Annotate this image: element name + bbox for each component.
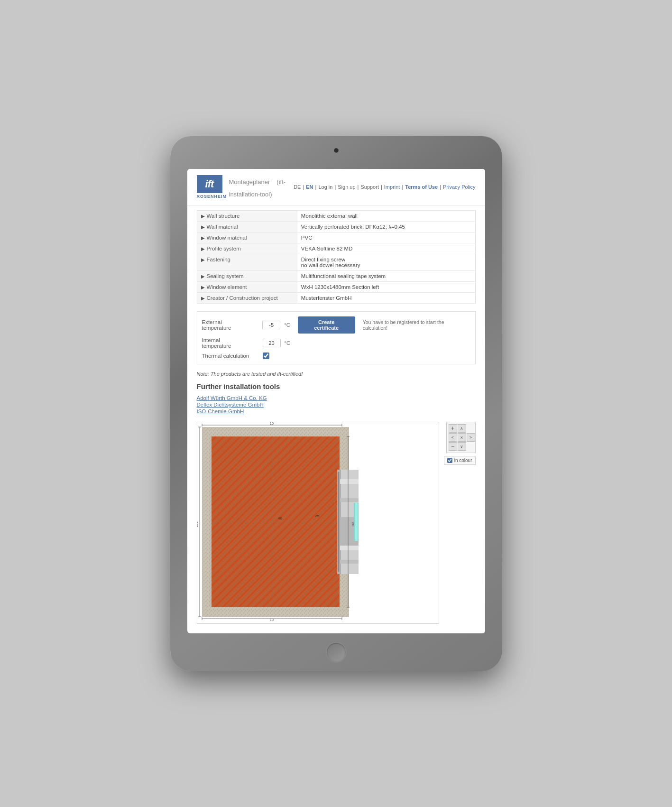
nav-row-1: + ∧ (449, 424, 473, 433)
imprint-link[interactable]: Imprint (384, 184, 400, 190)
table-row: ▶Window materialPVC (197, 232, 475, 243)
svg-text:205: 205 (197, 521, 198, 527)
tool-link-item[interactable]: Adolf Würth GmbH & Co. KG (197, 395, 476, 401)
table-row: ▶Window elementWxH 1230x1480mm Section l… (197, 282, 475, 293)
colour-checkbox[interactable] (447, 458, 452, 463)
svg-text:40: 40 (278, 516, 282, 520)
footer-note: Note: The products are tested and ift-ce… (197, 371, 476, 377)
tablet-screen: ift ROSENHEIM Montageplaner (ift-install… (187, 169, 485, 633)
login-link[interactable]: Log in (318, 184, 332, 190)
nav-left-btn[interactable]: < (449, 433, 457, 442)
prop-label: ▶Wall structure (197, 211, 297, 222)
nav-down-btn[interactable]: ∨ (458, 442, 466, 451)
tablet-frame: ift ROSENHEIM Montageplaner (ift-install… (170, 136, 502, 671)
diagram-area: 10 80 40 25 (197, 422, 476, 624)
external-temp-row: External temperature °C Create certifica… (202, 316, 470, 334)
nav-right-btn[interactable]: > (467, 433, 475, 442)
properties-table: ▶Wall structureMonolithic external wall▶… (197, 210, 476, 304)
svg-text:80: 80 (351, 522, 355, 526)
svg-rect-20 (338, 472, 339, 572)
external-temp-unit: °C (284, 322, 290, 328)
nav-row-2: < × > (449, 433, 473, 442)
table-row: ▶Creator / Construction projectMusterfen… (197, 293, 475, 304)
prop-value: Vertically perforated brick; DFKα12; λ=0… (297, 222, 475, 232)
internal-temp-row: Internal temperature °C (202, 337, 470, 349)
table-row: ▶Sealing systemMultifunctional sealing t… (197, 271, 475, 282)
calculation-section: External temperature °C Create certifica… (197, 311, 476, 364)
privacy-link[interactable]: Privacy Policy (443, 184, 475, 190)
tool-links: Adolf Würth GmbH & Co. KGDeflex Dichtsys… (197, 395, 476, 414)
colour-label: in colour (454, 458, 472, 463)
terms-link[interactable]: Terms of Use (405, 184, 438, 190)
support-text: Support (360, 184, 379, 190)
svg-text:10: 10 (270, 618, 274, 621)
internal-temp-unit: °C (285, 340, 290, 346)
svg-rect-17 (340, 560, 359, 564)
prop-value: VEKA Softline 82 MD (297, 243, 475, 254)
prop-value: Direct fixing screw no wall dowel necess… (297, 254, 475, 271)
prop-label: ▶Creator / Construction project (197, 293, 297, 304)
zoom-out-btn[interactable]: − (449, 442, 457, 451)
prop-label: ▶Window element (197, 282, 297, 293)
prop-label: ▶Window material (197, 232, 297, 243)
internal-temp-input[interactable] (263, 339, 281, 347)
logo-sub: ROSENHEIM (197, 194, 227, 199)
table-row: ▶Profile systemVEKA Softline 82 MD (197, 243, 475, 254)
nav-up-btn[interactable]: ∧ (458, 424, 466, 433)
prop-value: Monolithic external wall (297, 211, 475, 222)
thermal-label: Thermal calculation (202, 353, 259, 359)
thermal-checkbox[interactable] (263, 352, 269, 359)
lang-sep: | (303, 184, 304, 190)
thermal-row: Thermal calculation (202, 352, 470, 359)
zoom-in-btn[interactable]: + (449, 424, 457, 433)
calc-note: You have to be registered to start the c… (363, 319, 470, 331)
svg-text:10: 10 (270, 422, 274, 425)
prop-label: ▶Wall material (197, 222, 297, 232)
external-temp-label: External temperature (202, 319, 259, 331)
diagram-controls: + ∧ < × > − ∨ (444, 422, 476, 624)
prop-value: PVC (297, 232, 475, 243)
svg-rect-19 (355, 503, 358, 541)
internal-temp-label: Internal temperature (202, 337, 259, 349)
signup-link[interactable]: Sign up (338, 184, 355, 190)
main-content: ▶Wall structureMonolithic external wall▶… (187, 205, 485, 633)
external-temp-input[interactable] (262, 321, 280, 329)
prop-label: ▶Profile system (197, 243, 297, 254)
table-row: ▶FasteningDirect fixing screw no wall do… (197, 254, 475, 271)
prop-value: Musterfenster GmbH (297, 293, 475, 304)
table-row: ▶Wall materialVertically perforated bric… (197, 222, 475, 232)
further-tools-title: Further installation tools (197, 382, 476, 390)
prop-label: ▶Fastening (197, 254, 297, 271)
logo-text: ift (197, 175, 222, 193)
svg-rect-14 (340, 498, 359, 502)
table-row: ▶Wall structureMonolithic external wall (197, 211, 475, 222)
tool-link-item[interactable]: Deflex Dichtsysteme GmbH (197, 402, 476, 408)
nav-close-btn[interactable]: × (458, 433, 466, 442)
wall-diagram-svg: 10 80 40 25 (197, 422, 359, 621)
create-certificate-button[interactable]: Create certificate (298, 316, 355, 334)
lang-en-link[interactable]: EN (306, 184, 313, 190)
lang-de-link[interactable]: DE (294, 184, 301, 190)
header: ift ROSENHEIM Montageplaner (ift-install… (187, 169, 485, 205)
svg-rect-16 (340, 546, 359, 550)
tablet-home-button[interactable] (326, 642, 347, 663)
svg-rect-13 (340, 479, 359, 484)
wall-diagram-container: 10 80 40 25 (197, 422, 439, 624)
zoom-controls-box: + ∧ < × > − ∨ (446, 422, 476, 453)
svg-text:25: 25 (315, 514, 319, 518)
app-title: Montageplaner (ift-installation-tool) (229, 175, 294, 199)
tablet-camera-icon (334, 148, 339, 153)
prop-label: ▶Sealing system (197, 271, 297, 282)
colour-toggle[interactable]: in colour (444, 456, 476, 465)
tool-link-item[interactable]: ISO-Chemie GmbH (197, 408, 476, 414)
prop-value: Multifunctional sealing tape system (297, 271, 475, 282)
prop-value: WxH 1230x1480mm Section left (297, 282, 475, 293)
logo-container: ift ROSENHEIM (197, 175, 229, 199)
svg-rect-21 (339, 472, 340, 572)
header-nav: DE | EN | Log in | Sign up | Support | I… (294, 184, 475, 190)
nav-row-3: − ∨ (449, 442, 473, 451)
